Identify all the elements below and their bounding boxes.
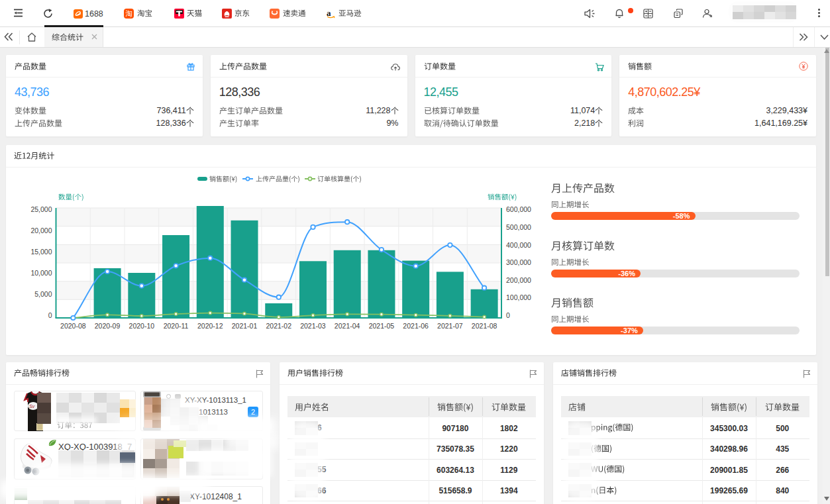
svg-text:Sv: Sv [29, 404, 35, 409]
